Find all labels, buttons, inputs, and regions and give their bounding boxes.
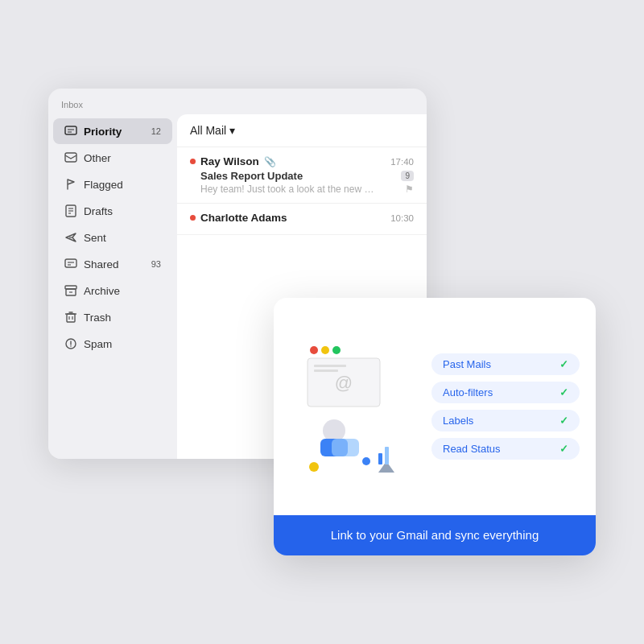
archive-icon bbox=[64, 284, 77, 297]
feature-labels: Labels ✓ bbox=[431, 410, 580, 431]
email-row-1-top: Ray Wilson 📎 17:40 bbox=[190, 155, 414, 167]
priority-icon bbox=[64, 125, 77, 138]
auto-filters-check-icon: ✓ bbox=[559, 386, 568, 398]
email-1-subject-row: Sales Report Update 9 bbox=[190, 170, 414, 182]
svg-rect-36 bbox=[385, 447, 389, 464]
email-2-sender: Charlotte Adams bbox=[200, 212, 287, 224]
other-icon bbox=[64, 151, 77, 164]
email-1-preview-row: Hey team! Just took a look at the new sa… bbox=[190, 184, 414, 195]
email-1-subject: Sales Report Update bbox=[200, 170, 303, 182]
unread-dot-1 bbox=[190, 159, 196, 164]
trash-label: Trash bbox=[84, 312, 111, 324]
feature-read-status: Read Status ✓ bbox=[431, 438, 580, 460]
svg-point-23 bbox=[321, 346, 329, 354]
unread-dot-2 bbox=[190, 215, 196, 221]
drafts-icon bbox=[64, 204, 77, 217]
svg-rect-15 bbox=[67, 314, 75, 322]
feature-past-mails-label: Past Mails bbox=[443, 358, 491, 370]
feature-auto-filters: Auto-filters ✓ bbox=[431, 382, 580, 403]
dropdown-arrow-icon: ▾ bbox=[229, 124, 235, 137]
gmail-sync-card: @ bbox=[274, 298, 596, 555]
email-1-sender: Ray Wilson bbox=[200, 155, 259, 167]
email-1-preview: Hey team! Just took a look at the new sa… bbox=[200, 184, 378, 195]
svg-point-33 bbox=[362, 457, 370, 465]
scene: Inbox Priority 12 bbox=[48, 89, 596, 555]
email-row-2[interactable]: Charlotte Adams 10:30 bbox=[177, 204, 427, 235]
all-mail-button[interactable]: All Mail ▾ bbox=[190, 124, 235, 137]
svg-text:@: @ bbox=[335, 373, 353, 393]
drafts-label: Drafts bbox=[84, 205, 113, 217]
svg-rect-9 bbox=[65, 259, 76, 267]
sidebar-item-archive[interactable]: Archive bbox=[53, 278, 172, 303]
sent-icon bbox=[64, 231, 77, 244]
svg-point-29 bbox=[323, 419, 345, 442]
shared-label: Shared bbox=[84, 258, 119, 270]
email-row-1[interactable]: Ray Wilson 📎 17:40 Sales Report Update 9… bbox=[177, 147, 427, 204]
svg-rect-27 bbox=[314, 365, 346, 367]
sidebar-item-priority[interactable]: Priority 12 bbox=[53, 118, 172, 144]
other-label: Other bbox=[84, 152, 111, 164]
feature-labels-label: Labels bbox=[443, 415, 473, 427]
email-2-time: 10:30 bbox=[390, 213, 414, 223]
flagged-icon bbox=[64, 178, 77, 191]
svg-rect-35 bbox=[378, 453, 382, 464]
email-row-2-top: Charlotte Adams 10:30 bbox=[190, 212, 414, 224]
gmail-cta-label: Link to your Gmail and sync everything bbox=[331, 528, 539, 542]
priority-label: Priority bbox=[84, 126, 122, 138]
sidebar-item-other[interactable]: Other bbox=[53, 145, 172, 171]
svg-rect-28 bbox=[314, 369, 338, 372]
feature-list: Past Mails ✓ Auto-filters ✓ Labels ✓ Rea… bbox=[431, 353, 580, 460]
spam-label: Spam bbox=[84, 338, 112, 350]
email-1-badge: 9 bbox=[401, 171, 414, 181]
trash-icon bbox=[64, 311, 77, 324]
email-2-sender-area: Charlotte Adams bbox=[190, 212, 287, 224]
sidebar-item-shared[interactable]: Shared 93 bbox=[53, 251, 172, 277]
svg-point-21 bbox=[70, 345, 72, 347]
svg-rect-0 bbox=[65, 126, 76, 134]
sidebar-item-sent[interactable]: Sent bbox=[53, 225, 172, 250]
main-header: All Mail ▾ bbox=[177, 114, 427, 147]
flag-icon-1: ⚑ bbox=[405, 184, 414, 195]
email-1-time: 17:40 bbox=[390, 157, 414, 167]
sidebar: Priority 12 Other bbox=[48, 114, 177, 459]
sidebar-item-trash[interactable]: Trash bbox=[53, 304, 172, 330]
archive-label: Archive bbox=[84, 285, 120, 297]
sidebar-item-spam[interactable]: Spam bbox=[53, 331, 172, 357]
past-mails-check-icon: ✓ bbox=[559, 358, 568, 370]
shared-badge: 93 bbox=[151, 259, 161, 269]
svg-point-32 bbox=[309, 462, 319, 472]
email-1-sender-area: Ray Wilson 📎 bbox=[190, 155, 276, 167]
labels-check-icon: ✓ bbox=[559, 415, 568, 427]
sidebar-item-flagged[interactable]: Flagged bbox=[53, 171, 172, 197]
feature-auto-filters-label: Auto-filters bbox=[443, 386, 493, 398]
sent-label: Sent bbox=[84, 232, 106, 244]
priority-badge: 12 bbox=[151, 126, 161, 136]
attachment-icon: 📎 bbox=[264, 156, 276, 167]
feature-read-status-label: Read Status bbox=[443, 443, 501, 455]
spam-icon bbox=[64, 337, 77, 350]
inbox-label: Inbox bbox=[48, 89, 427, 114]
gmail-illustration: @ bbox=[290, 334, 419, 479]
svg-point-22 bbox=[310, 346, 318, 354]
flagged-label: Flagged bbox=[84, 179, 123, 191]
svg-point-24 bbox=[332, 346, 341, 354]
gmail-card-body: @ bbox=[274, 298, 596, 515]
feature-past-mails: Past Mails ✓ bbox=[431, 353, 580, 375]
shared-icon bbox=[64, 258, 77, 270]
sidebar-item-drafts[interactable]: Drafts bbox=[53, 198, 172, 224]
svg-rect-3 bbox=[65, 153, 76, 162]
gmail-sync-footer[interactable]: Link to your Gmail and sync everything bbox=[274, 515, 596, 555]
read-status-check-icon: ✓ bbox=[559, 443, 568, 455]
svg-rect-31 bbox=[332, 439, 359, 456]
all-mail-label: All Mail bbox=[190, 124, 226, 137]
